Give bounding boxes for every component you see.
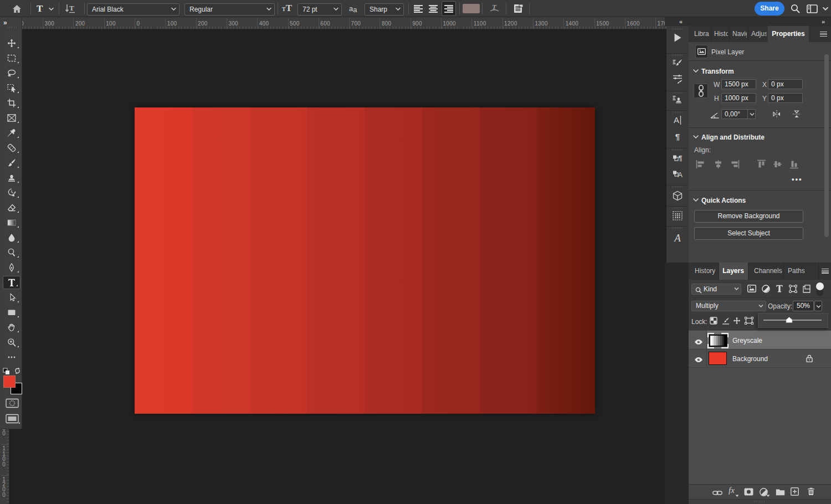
svg-text:T: T bbox=[69, 4, 74, 12]
svg-text:A: A bbox=[674, 115, 679, 125]
svg-text:A: A bbox=[678, 171, 683, 179]
svg-text:¶: ¶ bbox=[675, 132, 680, 141]
svg-text:¶: ¶ bbox=[679, 155, 683, 162]
svg-text:A: A bbox=[673, 233, 681, 244]
